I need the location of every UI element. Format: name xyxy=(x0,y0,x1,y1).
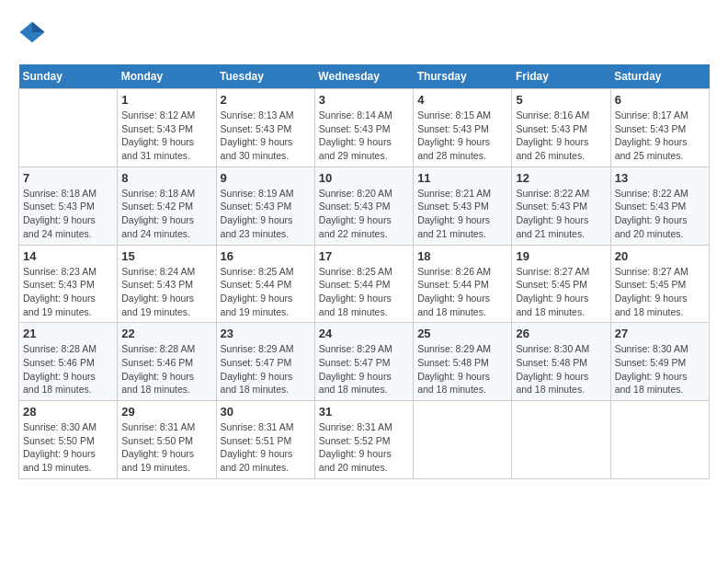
day-info: Sunrise: 8:24 AMSunset: 5:43 PMDaylight:… xyxy=(121,265,211,319)
day-info: Sunrise: 8:18 AMSunset: 5:43 PMDaylight:… xyxy=(23,187,113,241)
day-number: 19 xyxy=(516,249,606,263)
day-number: 30 xyxy=(221,405,311,419)
calendar-cell: 20 Sunrise: 8:27 AMSunset: 5:45 PMDaylig… xyxy=(610,245,709,323)
calendar-cell: 14 Sunrise: 8:23 AMSunset: 5:43 PMDaylig… xyxy=(19,245,118,323)
calendar-cell: 26 Sunrise: 8:30 AMSunset: 5:48 PMDaylig… xyxy=(512,323,610,401)
calendar-cell: 16 Sunrise: 8:25 AMSunset: 5:44 PMDaylig… xyxy=(216,245,314,323)
calendar-cell: 5 Sunrise: 8:16 AMSunset: 5:43 PMDayligh… xyxy=(512,89,610,167)
day-info: Sunrise: 8:22 AMSunset: 5:43 PMDaylight:… xyxy=(516,187,606,241)
day-number: 29 xyxy=(121,405,211,419)
day-number: 4 xyxy=(417,93,507,107)
svg-marker-1 xyxy=(32,22,45,32)
calendar-cell: 18 Sunrise: 8:26 AMSunset: 5:44 PMDaylig… xyxy=(414,245,512,323)
calendar-cell xyxy=(610,401,709,479)
calendar-cell: 11 Sunrise: 8:21 AMSunset: 5:43 PMDaylig… xyxy=(414,167,512,245)
day-info: Sunrise: 8:14 AMSunset: 5:43 PMDaylight:… xyxy=(319,109,409,163)
day-info: Sunrise: 8:20 AMSunset: 5:43 PMDaylight:… xyxy=(319,187,409,241)
day-number: 22 xyxy=(121,327,211,340)
day-number: 18 xyxy=(417,249,507,263)
calendar-cell xyxy=(414,401,512,479)
header-day-sunday: Sunday xyxy=(19,64,118,89)
header-row: SundayMondayTuesdayWednesdayThursdayFrid… xyxy=(19,64,710,89)
calendar-cell: 17 Sunrise: 8:25 AMSunset: 5:44 PMDaylig… xyxy=(314,245,413,323)
calendar-cell: 28 Sunrise: 8:30 AMSunset: 5:50 PMDaylig… xyxy=(19,401,118,479)
day-number: 27 xyxy=(615,327,705,340)
header-day-tuesday: Tuesday xyxy=(216,64,314,89)
day-number: 15 xyxy=(121,249,211,263)
calendar-cell: 15 Sunrise: 8:24 AMSunset: 5:43 PMDaylig… xyxy=(118,245,216,323)
calendar-table: SundayMondayTuesdayWednesdayThursdayFrid… xyxy=(18,64,710,479)
day-info: Sunrise: 8:17 AMSunset: 5:43 PMDaylight:… xyxy=(615,109,705,163)
header-day-saturday: Saturday xyxy=(610,64,709,89)
day-number: 31 xyxy=(319,405,409,419)
day-info: Sunrise: 8:19 AMSunset: 5:43 PMDaylight:… xyxy=(221,187,311,241)
calendar-cell: 30 Sunrise: 8:31 AMSunset: 5:51 PMDaylig… xyxy=(216,401,314,479)
page-container: SundayMondayTuesdayWednesdayThursdayFrid… xyxy=(18,18,710,479)
header xyxy=(18,18,710,53)
calendar-cell: 19 Sunrise: 8:27 AMSunset: 5:45 PMDaylig… xyxy=(512,245,610,323)
logo xyxy=(18,18,50,46)
calendar-cell: 13 Sunrise: 8:22 AMSunset: 5:43 PMDaylig… xyxy=(610,167,709,245)
day-number: 26 xyxy=(516,327,606,340)
header-day-friday: Friday xyxy=(512,64,610,89)
day-info: Sunrise: 8:21 AMSunset: 5:43 PMDaylight:… xyxy=(417,187,507,241)
day-info: Sunrise: 8:27 AMSunset: 5:45 PMDaylight:… xyxy=(516,265,606,319)
calendar-week-1: 1 Sunrise: 8:12 AMSunset: 5:43 PMDayligh… xyxy=(19,89,710,167)
day-info: Sunrise: 8:28 AMSunset: 5:46 PMDaylight:… xyxy=(121,342,211,396)
day-number: 3 xyxy=(319,93,409,107)
header-day-monday: Monday xyxy=(118,64,216,89)
day-info: Sunrise: 8:27 AMSunset: 5:45 PMDaylight:… xyxy=(615,265,705,319)
day-number: 17 xyxy=(319,249,409,263)
calendar-cell: 24 Sunrise: 8:29 AMSunset: 5:47 PMDaylig… xyxy=(314,323,413,401)
day-number: 5 xyxy=(516,93,606,107)
calendar-cell: 22 Sunrise: 8:28 AMSunset: 5:46 PMDaylig… xyxy=(118,323,216,401)
calendar-cell: 2 Sunrise: 8:13 AMSunset: 5:43 PMDayligh… xyxy=(216,89,314,167)
day-number: 20 xyxy=(615,249,705,263)
calendar-cell: 31 Sunrise: 8:31 AMSunset: 5:52 PMDaylig… xyxy=(314,401,413,479)
day-info: Sunrise: 8:22 AMSunset: 5:43 PMDaylight:… xyxy=(615,187,705,241)
calendar-cell: 12 Sunrise: 8:22 AMSunset: 5:43 PMDaylig… xyxy=(512,167,610,245)
calendar-week-4: 21 Sunrise: 8:28 AMSunset: 5:46 PMDaylig… xyxy=(19,323,710,401)
calendar-week-2: 7 Sunrise: 8:18 AMSunset: 5:43 PMDayligh… xyxy=(19,167,710,245)
calendar-cell xyxy=(512,401,610,479)
calendar-body: 1 Sunrise: 8:12 AMSunset: 5:43 PMDayligh… xyxy=(19,89,710,479)
day-info: Sunrise: 8:15 AMSunset: 5:43 PMDaylight:… xyxy=(417,109,507,163)
calendar-cell xyxy=(19,89,118,167)
day-info: Sunrise: 8:31 AMSunset: 5:51 PMDaylight:… xyxy=(221,420,311,475)
day-info: Sunrise: 8:16 AMSunset: 5:43 PMDaylight:… xyxy=(516,109,606,163)
day-number: 6 xyxy=(615,93,705,107)
header-day-wednesday: Wednesday xyxy=(314,64,413,89)
calendar-cell: 9 Sunrise: 8:19 AMSunset: 5:43 PMDayligh… xyxy=(216,167,314,245)
day-number: 9 xyxy=(221,171,311,185)
calendar-cell: 25 Sunrise: 8:29 AMSunset: 5:48 PMDaylig… xyxy=(414,323,512,401)
day-info: Sunrise: 8:26 AMSunset: 5:44 PMDaylight:… xyxy=(417,265,507,319)
day-number: 12 xyxy=(516,171,606,185)
calendar-week-5: 28 Sunrise: 8:30 AMSunset: 5:50 PMDaylig… xyxy=(19,401,710,479)
logo-icon xyxy=(18,18,46,46)
day-info: Sunrise: 8:25 AMSunset: 5:44 PMDaylight:… xyxy=(221,265,311,319)
day-info: Sunrise: 8:29 AMSunset: 5:47 PMDaylight:… xyxy=(221,342,311,396)
calendar-cell: 4 Sunrise: 8:15 AMSunset: 5:43 PMDayligh… xyxy=(414,89,512,167)
day-number: 13 xyxy=(615,171,705,185)
calendar-cell: 3 Sunrise: 8:14 AMSunset: 5:43 PMDayligh… xyxy=(314,89,413,167)
calendar-header: SundayMondayTuesdayWednesdayThursdayFrid… xyxy=(19,64,710,89)
day-info: Sunrise: 8:29 AMSunset: 5:47 PMDaylight:… xyxy=(319,342,409,396)
day-number: 28 xyxy=(23,405,113,419)
day-number: 14 xyxy=(23,249,113,263)
day-number: 25 xyxy=(417,327,507,340)
calendar-cell: 1 Sunrise: 8:12 AMSunset: 5:43 PMDayligh… xyxy=(118,89,216,167)
day-info: Sunrise: 8:25 AMSunset: 5:44 PMDaylight:… xyxy=(319,265,409,319)
day-info: Sunrise: 8:23 AMSunset: 5:43 PMDaylight:… xyxy=(23,265,113,319)
day-number: 21 xyxy=(23,327,113,340)
day-number: 1 xyxy=(121,93,211,107)
day-info: Sunrise: 8:30 AMSunset: 5:50 PMDaylight:… xyxy=(23,420,113,475)
calendar-cell: 6 Sunrise: 8:17 AMSunset: 5:43 PMDayligh… xyxy=(610,89,709,167)
day-number: 10 xyxy=(319,171,409,185)
day-number: 7 xyxy=(23,171,113,185)
day-number: 23 xyxy=(221,327,311,340)
day-info: Sunrise: 8:30 AMSunset: 5:49 PMDaylight:… xyxy=(615,342,705,396)
calendar-cell: 7 Sunrise: 8:18 AMSunset: 5:43 PMDayligh… xyxy=(19,167,118,245)
day-info: Sunrise: 8:31 AMSunset: 5:50 PMDaylight:… xyxy=(121,420,211,475)
day-info: Sunrise: 8:12 AMSunset: 5:43 PMDaylight:… xyxy=(121,109,211,163)
calendar-cell: 27 Sunrise: 8:30 AMSunset: 5:49 PMDaylig… xyxy=(610,323,709,401)
